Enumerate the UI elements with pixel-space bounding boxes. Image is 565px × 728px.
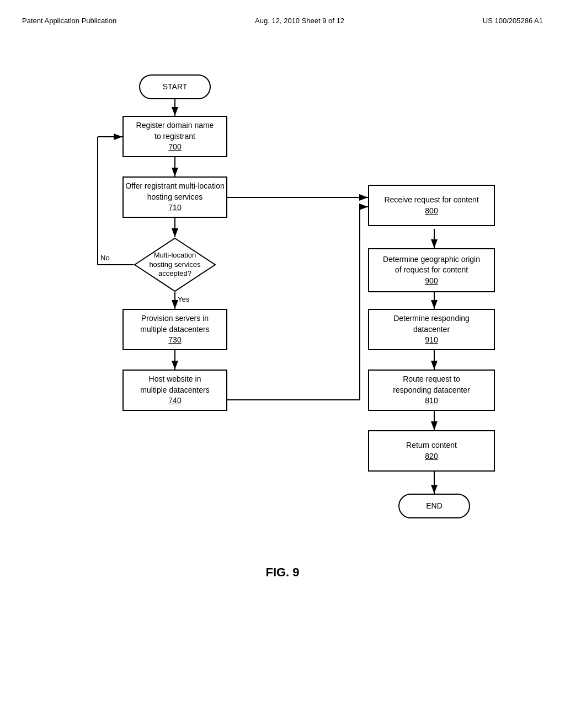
label-no: No: [100, 254, 110, 262]
header-center: Aug. 12, 2010 Sheet 9 of 12: [255, 17, 344, 25]
node-710: Offer registrant multi-location hosting …: [122, 176, 227, 218]
node-700: Register domain name to registrant 700: [122, 116, 227, 157]
page-header: Patent Application Publication Aug. 12, …: [22, 17, 543, 25]
node-910: Determine responding datacenter 910: [368, 309, 495, 350]
header-left: Patent Application Publication: [22, 17, 116, 25]
flowchart-diagram: START Register domain name to registrant…: [67, 58, 498, 554]
page: Patent Application Publication Aug. 12, …: [0, 0, 565, 728]
start-node: START: [139, 74, 211, 99]
figure-caption: FIG. 9: [22, 565, 543, 580]
label-yes: Yes: [178, 295, 189, 303]
node-800: Receive request for content 800: [368, 185, 495, 226]
header-right: US 100/205286 A1: [483, 17, 543, 25]
node-810: Route request to responding datacenter 8…: [368, 370, 495, 411]
end-node: END: [398, 494, 470, 518]
node-900: Determine geographic origin of request f…: [368, 248, 495, 292]
node-730: Provision servers in multiple datacenter…: [122, 309, 227, 350]
node-820: Return content 820: [368, 430, 495, 472]
node-720-diamond: Multi-locationhosting servicesaccepted?: [134, 237, 216, 292]
node-740: Host website in multiple datacenters 740: [122, 370, 227, 411]
